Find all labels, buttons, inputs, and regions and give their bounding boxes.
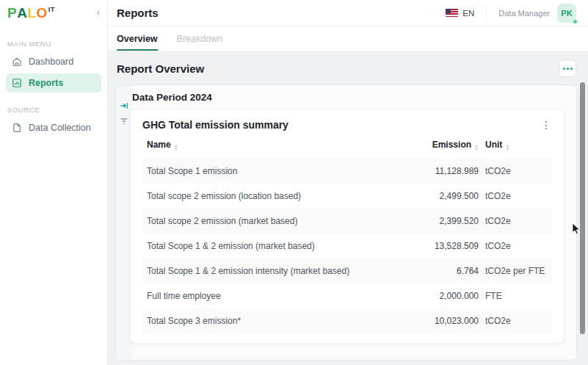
menu-section-main: MAIN MENU Dashboard Reports bbox=[0, 40, 107, 93]
cell-unit: FTE bbox=[479, 283, 552, 308]
sidebar-item-label: Data Collection bbox=[29, 123, 91, 133]
table-row: Full time employee 2,000.000 FTE bbox=[142, 283, 552, 308]
vertical-scrollbar[interactable] bbox=[580, 82, 585, 334]
cell-emission: 6.764 bbox=[393, 259, 479, 283]
sidebar: PALOIT ‹ MAIN MENU Dashboard Reports SOU… bbox=[0, 0, 108, 365]
logo-letter: A bbox=[17, 5, 27, 21]
home-icon bbox=[12, 57, 22, 67]
avatar-initials: PK bbox=[561, 9, 572, 18]
cell-unit: tCO2e bbox=[479, 209, 552, 234]
user-role-label: Data Manager bbox=[498, 9, 550, 18]
more-options-icon bbox=[570, 68, 573, 70]
report-panel: Data Period 2024 GHG Total emission summ… bbox=[116, 85, 576, 360]
online-status-dot bbox=[573, 19, 578, 24]
app-window: PALOIT ‹ MAIN MENU Dashboard Reports SOU… bbox=[0, 0, 588, 365]
cell-unit: tCO2e bbox=[479, 234, 552, 259]
table-row: Total Scope 1 emission 11,128.989 tCO2e bbox=[142, 159, 552, 184]
bar-chart-icon bbox=[12, 78, 22, 88]
more-options-icon bbox=[563, 68, 565, 70]
language-label: EN bbox=[462, 9, 474, 18]
tab-overview[interactable]: Overview bbox=[117, 26, 158, 51]
file-icon bbox=[12, 123, 22, 133]
table-row: Total scope 2 emission (market based) 2,… bbox=[142, 209, 552, 234]
page-header-title: Reports bbox=[108, 7, 446, 19]
language-selector[interactable]: EN bbox=[446, 9, 486, 18]
cell-name: Total Scope 3 emission* bbox=[142, 308, 393, 333]
tab-bar: Overview Breakdown bbox=[108, 26, 588, 51]
data-period-title: Data Period 2024 bbox=[132, 92, 212, 103]
sidebar-collapse-icon[interactable]: ‹ bbox=[97, 7, 100, 18]
page-head: Report Overview bbox=[108, 51, 588, 85]
cell-emission: 10,023.000 bbox=[393, 308, 479, 333]
sort-icon[interactable]: ▲▼ bbox=[174, 144, 178, 151]
header-divider bbox=[486, 5, 487, 21]
cell-emission: 2,000.000 bbox=[393, 283, 479, 308]
table-row: Total Scope 1 & 2 emission (market based… bbox=[142, 234, 552, 259]
content-area: Report Overview Data Period 2024 GHG Tot… bbox=[108, 51, 588, 365]
logo-letter: P bbox=[7, 5, 17, 21]
cell-name: Total scope 2 emission (market based) bbox=[142, 209, 393, 234]
column-header-emission[interactable]: Emission▲▼ bbox=[393, 135, 479, 159]
logo-letter: L bbox=[27, 5, 36, 21]
logo-letter: O bbox=[37, 5, 48, 21]
cell-emission: 11,128.989 bbox=[393, 159, 479, 184]
cell-emission: 13,528.509 bbox=[393, 234, 479, 259]
kebab-menu-icon[interactable]: ⋮ bbox=[539, 120, 553, 130]
more-options-button[interactable] bbox=[559, 59, 576, 77]
column-header-unit[interactable]: Unit▲▼ bbox=[479, 135, 552, 159]
menu-section-source: SOURCE Data Collection bbox=[0, 106, 107, 137]
card-head: GHG Total emission summary ⋮ bbox=[131, 109, 564, 135]
palo-it-logo: PALOIT bbox=[7, 5, 55, 21]
table-header-row: Name▲▼ Emission▲▼ Unit▲▼ bbox=[142, 135, 552, 159]
logo-suffix: IT bbox=[48, 6, 55, 13]
cell-emission: 2,399.520 bbox=[393, 209, 479, 234]
avatar[interactable]: PK bbox=[557, 4, 576, 23]
cell-name: Total scope 2 emission (location based) bbox=[142, 184, 393, 209]
cell-name: Total Scope 1 & 2 emission (market based… bbox=[142, 234, 393, 259]
cell-name: Total Scope 1 & 2 emission intensity (ma… bbox=[142, 259, 393, 283]
sidebar-item-label: Dashboard bbox=[29, 57, 73, 67]
cell-unit: tCO2e bbox=[479, 159, 552, 184]
filter-icon[interactable] bbox=[120, 117, 128, 126]
header: Reports EN Data Manager PK bbox=[108, 0, 588, 26]
cell-unit: tCO2e per FTE bbox=[479, 259, 552, 283]
sidebar-item-dashboard[interactable]: Dashboard bbox=[6, 52, 101, 71]
cell-unit: tCO2e bbox=[479, 184, 552, 209]
table-row: Total scope 2 emission (location based) … bbox=[142, 184, 552, 209]
menu-section-label: MAIN MENU bbox=[0, 40, 107, 48]
more-options-icon bbox=[567, 68, 569, 70]
expand-panel-icon[interactable] bbox=[120, 101, 128, 110]
column-header-name[interactable]: Name▲▼ bbox=[142, 135, 393, 159]
us-flag-icon bbox=[446, 9, 458, 17]
cell-name: Full time employee bbox=[142, 283, 393, 308]
logo-row: PALOIT ‹ bbox=[0, 0, 107, 26]
emission-table: Name▲▼ Emission▲▼ Unit▲▼ Total Scope 1 e… bbox=[142, 135, 552, 333]
cell-unit: tCO2e bbox=[479, 308, 552, 333]
card-title: GHG Total emission summary bbox=[142, 119, 288, 131]
cell-name: Total Scope 1 emission bbox=[142, 159, 393, 184]
sort-icon[interactable]: ▲▼ bbox=[474, 144, 479, 151]
tab-breakdown[interactable]: Breakdown bbox=[177, 26, 223, 51]
sidebar-item-data-collection[interactable]: Data Collection bbox=[6, 118, 101, 137]
table-row: Total Scope 3 emission* 10,023.000 tCO2e bbox=[142, 308, 552, 333]
report-overview-title: Report Overview bbox=[117, 62, 204, 75]
menu-section-label: SOURCE bbox=[0, 106, 107, 114]
sidebar-item-label: Reports bbox=[29, 78, 63, 88]
ghg-summary-card: GHG Total emission summary ⋮ Name▲▼ Emis… bbox=[130, 109, 565, 344]
sort-icon[interactable]: ▲▼ bbox=[505, 144, 509, 151]
sidebar-item-reports[interactable]: Reports bbox=[6, 73, 101, 93]
cell-emission: 2,499.500 bbox=[393, 184, 479, 209]
table-row: Total Scope 1 & 2 emission intensity (ma… bbox=[142, 259, 552, 283]
